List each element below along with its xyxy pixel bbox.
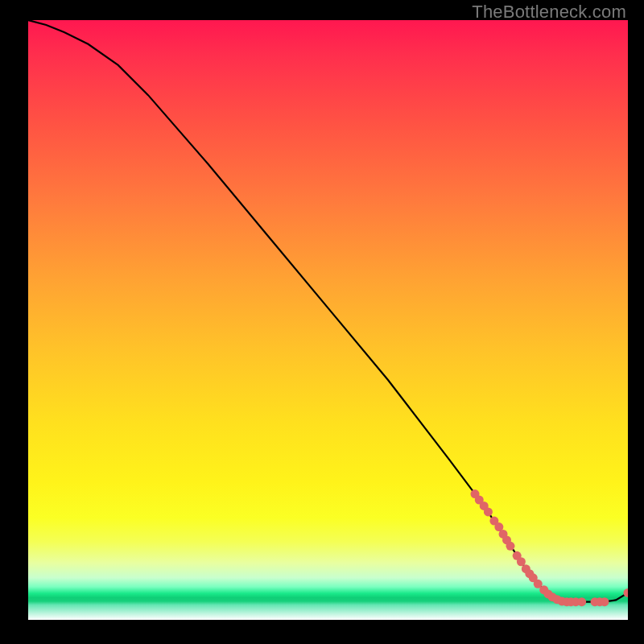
data-point — [600, 597, 609, 606]
plot-area — [28, 20, 628, 620]
scatter-points — [471, 489, 628, 606]
chart-root: TheBottleneck.com — [0, 0, 644, 644]
data-point — [517, 557, 526, 566]
data-point — [484, 507, 493, 516]
chart-svg — [28, 20, 628, 620]
main-curve — [28, 20, 628, 602]
data-point — [577, 597, 586, 606]
data-point — [506, 542, 514, 551]
